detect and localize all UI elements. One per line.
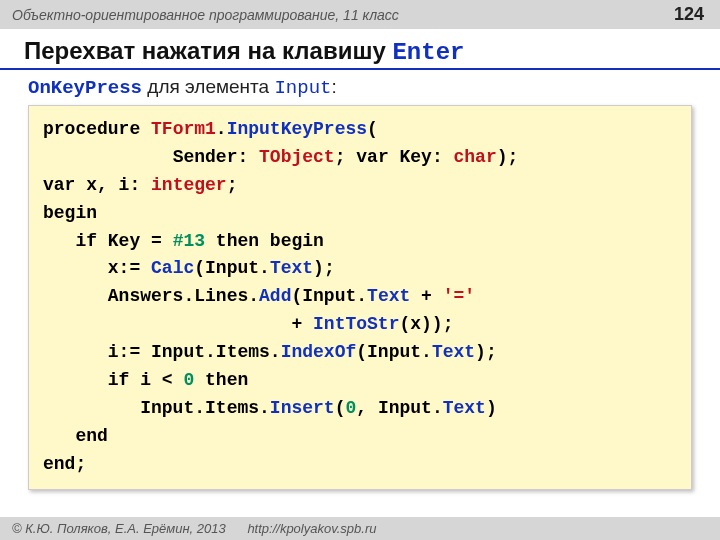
type-tobject: TObject (259, 147, 335, 167)
literal-zero: 0 (183, 370, 194, 390)
method-name: OnKeyPress (28, 77, 142, 99)
literal-13: #13 (173, 231, 205, 251)
element-name: Input (274, 77, 331, 99)
subhead-mid: для элемента (142, 76, 274, 97)
footer-link[interactable]: http://kpolyakov.spb.ru (247, 521, 376, 536)
ident-text: Text (432, 342, 475, 362)
ident-indexof: IndexOf (281, 342, 357, 362)
ident-text: Text (367, 286, 410, 306)
type-integer: integer (151, 175, 227, 195)
ident-calc: Calc (151, 258, 194, 278)
ident-inttostr: IntToStr (313, 314, 399, 334)
type-tform: TForm1 (151, 119, 216, 139)
kw-begin: begin (43, 203, 97, 223)
subheading: OnKeyPress для элемента Input: (0, 70, 720, 103)
kw-end: end (43, 426, 108, 446)
course-title: Объектно-ориентированное программировани… (12, 7, 399, 23)
kw-procedure: procedure (43, 119, 151, 139)
ident-text: Text (270, 258, 313, 278)
page-number: 124 (674, 4, 704, 25)
slide-title: Перехват нажатия на клавишу Enter (0, 29, 720, 70)
title-text: Перехват нажатия на клавишу (24, 37, 392, 64)
ident-text: Text (443, 398, 486, 418)
title-keyword: Enter (392, 39, 464, 66)
ident-insert: Insert (270, 398, 335, 418)
type-char: char (454, 147, 497, 167)
ident-add: Add (259, 286, 291, 306)
header: Объектно-ориентированное программировани… (0, 0, 720, 29)
copyright: © К.Ю. Поляков, Е.А. Ерёмин, 2013 (12, 521, 226, 536)
ident-inputkeypress: InputKeyPress (227, 119, 367, 139)
subhead-tail: : (331, 76, 336, 97)
string-eq: '=' (443, 286, 475, 306)
kw-end: end; (43, 454, 86, 474)
footer: © К.Ю. Поляков, Е.А. Ерёмин, 2013 http:/… (0, 517, 720, 540)
literal-zero: 0 (345, 398, 356, 418)
code-block: procedure TForm1.InputKeyPress( Sender: … (28, 105, 692, 490)
